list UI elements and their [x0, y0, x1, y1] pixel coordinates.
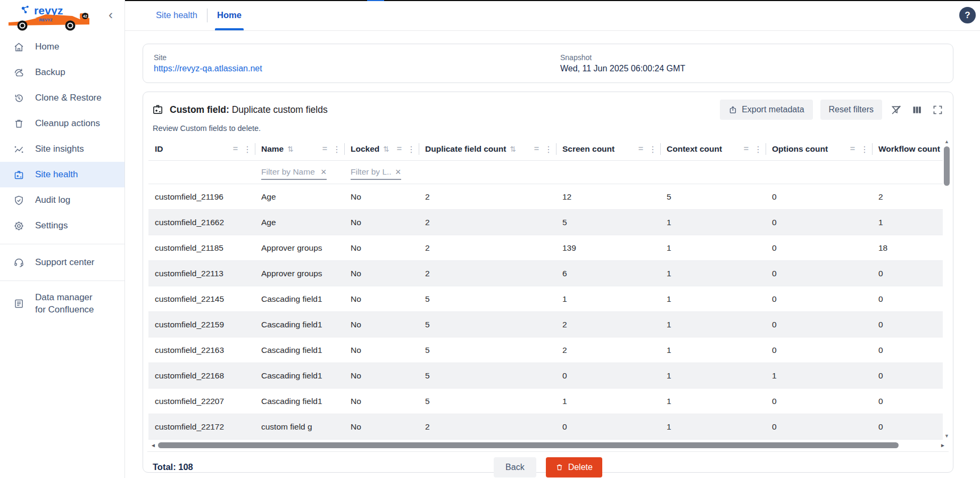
table-cell: 0	[766, 218, 872, 227]
sort-icon[interactable]: ⇅	[287, 145, 294, 153]
vertical-scrollbar[interactable]: ▲ ▼	[943, 138, 951, 440]
filter-off-icon[interactable]	[890, 103, 903, 117]
sidebar-collapse-button[interactable]: ‹	[109, 9, 113, 21]
column-resize-icon[interactable]: =	[322, 144, 327, 154]
scroll-up-icon[interactable]: ▲	[944, 138, 949, 145]
table-cell: 0	[872, 269, 948, 278]
column-header-name[interactable]: Name ⇅ = ⋮	[255, 138, 344, 160]
column-menu-icon[interactable]: ⋮	[407, 144, 416, 154]
table-cell: customfield_22163	[148, 345, 255, 355]
panel-footer: Total: 108 Back Delete	[147, 451, 949, 478]
sidebar-item-site-insights[interactable]: Site insights	[0, 136, 124, 162]
total-count: Total: 108	[153, 462, 193, 472]
table-cell: No	[344, 345, 419, 355]
top-edge-blue-segment	[367, 0, 384, 1]
shield-check-icon	[13, 194, 24, 206]
table-cell: 139	[556, 243, 660, 253]
table-row[interactable]: customfield_22163Cascading field1No52100	[148, 337, 948, 363]
table-cell: 2	[419, 218, 556, 227]
column-resize-icon[interactable]: =	[397, 144, 402, 154]
tab-home[interactable]: Home	[207, 0, 251, 30]
sidebar-item-home[interactable]: Home	[0, 34, 124, 60]
column-menu-icon[interactable]: ⋮	[243, 144, 252, 154]
snapshot-label: Snapshot	[560, 53, 685, 62]
table-cell: 2	[419, 269, 556, 278]
back-button[interactable]: Back	[494, 457, 536, 477]
table-cell: 0	[766, 192, 872, 202]
table-row[interactable]: customfield_22207Cascading field1No51100	[148, 389, 948, 414]
scroll-right-icon[interactable]: ►	[939, 442, 946, 448]
table-row[interactable]: customfield_22172custom field gNo20100	[148, 414, 948, 440]
column-menu-icon[interactable]: ⋮	[754, 144, 762, 154]
table-cell: Cascading field1	[255, 320, 344, 329]
column-resize-icon[interactable]: =	[850, 144, 855, 154]
column-menu-icon[interactable]: ⋮	[333, 144, 341, 154]
sidebar-item-data-manager[interactable]: Data manager for Confluence	[0, 286, 124, 322]
clear-filter-icon[interactable]: ×	[321, 167, 327, 177]
reset-filters-button[interactable]: Reset filters	[820, 100, 882, 120]
name-filter-input[interactable]	[261, 167, 318, 177]
revyz-logo[interactable]: revyz 42 REVYZ	[12, 3, 102, 30]
column-header-locked[interactable]: Locked ⇅ = ⋮	[344, 138, 419, 160]
clear-filter-icon[interactable]: ×	[395, 167, 401, 177]
delete-button[interactable]: Delete	[546, 457, 602, 477]
table-row[interactable]: customfield_22159Cascading field1No52100	[148, 312, 948, 337]
column-header-options-count[interactable]: Options count = ⋮	[766, 138, 872, 160]
table-cell: 1	[660, 422, 766, 432]
table-cell: 1	[556, 294, 660, 304]
column-header-context-count[interactable]: Context count = ⋮	[660, 138, 766, 160]
column-resize-icon[interactable]: =	[233, 144, 238, 154]
sidebar-item-support-center[interactable]: Support center	[0, 250, 124, 275]
filter-row: × ×	[148, 161, 948, 184]
main: Site https://revyz-qa.atlassian.net Snap…	[125, 31, 980, 473]
scroll-down-icon[interactable]: ▼	[944, 432, 949, 440]
column-menu-icon[interactable]: ⋮	[860, 144, 869, 154]
column-header-id[interactable]: ID = ⋮	[148, 138, 255, 160]
column-menu-icon[interactable]: ⋮	[649, 144, 657, 154]
table-row[interactable]: customfield_22145Cascading field1No51100	[148, 286, 948, 312]
column-resize-icon[interactable]: =	[534, 144, 539, 154]
horizontal-scrollbar-thumb[interactable]	[158, 442, 899, 448]
column-header-duplicate-field-count[interactable]: Duplicate field count ⇅ = ⋮	[419, 138, 556, 160]
sidebar-item-backup[interactable]: Backup	[0, 60, 124, 85]
table-cell: No	[344, 397, 419, 406]
table-row[interactable]: customfield_21185Approver groupsNo213910…	[148, 235, 948, 261]
table-cell: Age	[255, 218, 344, 227]
table-row[interactable]: customfield_22113Approver groupsNo26100	[148, 261, 948, 286]
table-row[interactable]: customfield_22168Cascading field1No50110	[148, 363, 948, 389]
table-cell: Cascading field1	[255, 397, 344, 406]
vertical-scrollbar-thumb[interactable]	[944, 146, 950, 186]
sidebar-item-site-health[interactable]: Site health	[0, 162, 124, 187]
sidebar-item-label: Backup	[35, 67, 65, 78]
sidebar-item-settings[interactable]: Settings	[0, 213, 124, 238]
table-cell: 0	[766, 397, 872, 406]
sort-icon[interactable]: ⇅	[383, 145, 389, 153]
columns-icon[interactable]	[910, 103, 924, 117]
column-header-screen-count[interactable]: Screen count = ⋮	[556, 138, 660, 160]
horizontal-scrollbar[interactable]: ◄ ►	[150, 441, 946, 449]
table: ID = ⋮ Name ⇅ = ⋮ Locked	[148, 138, 948, 440]
sidebar-item-cleanup-actions[interactable]: Cleanup actions	[0, 111, 124, 136]
help-button[interactable]: ?	[959, 7, 976, 23]
export-metadata-button[interactable]: Export metadata	[720, 100, 812, 120]
site-url-link[interactable]: https://revyz-qa.atlassian.net	[154, 64, 262, 73]
column-menu-icon[interactable]: ⋮	[544, 144, 553, 154]
table-row[interactable]: customfield_21196AgeNo212502	[148, 184, 948, 210]
table-cell: 2	[556, 320, 660, 329]
fullscreen-icon[interactable]	[931, 103, 944, 117]
sidebar-item-audit-log[interactable]: Audit log	[0, 187, 124, 213]
column-header-workflow-count[interactable]: Workflow count	[872, 138, 948, 160]
table-cell: 1	[660, 320, 766, 329]
table-row[interactable]: customfield_21662AgeNo25101	[148, 210, 948, 235]
scroll-left-icon[interactable]: ◄	[150, 442, 157, 448]
sidebar-nav: Home Backup Clone & Restore Cleanup acti…	[0, 34, 124, 322]
table-cell: 0	[872, 397, 948, 406]
top-edge-strip	[125, 0, 980, 1]
sidebar-item-clone-restore[interactable]: Clone & Restore	[0, 85, 124, 111]
sort-icon[interactable]: ⇅	[510, 145, 516, 153]
tab-site-health[interactable]: Site health	[146, 0, 207, 30]
column-resize-icon[interactable]: =	[638, 144, 643, 154]
column-resize-icon[interactable]: =	[744, 144, 749, 154]
table-cell: No	[344, 371, 419, 381]
locked-filter-input[interactable]	[351, 167, 392, 177]
